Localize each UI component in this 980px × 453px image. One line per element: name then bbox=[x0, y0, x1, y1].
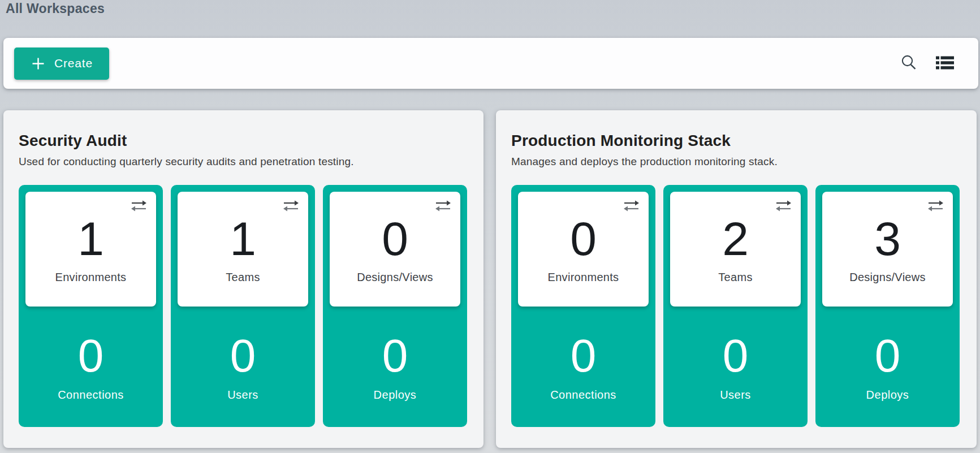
stat-tile-designs-deploys[interactable]: 3 Designs/Views 0 Deploys bbox=[815, 185, 960, 427]
stat-value: 3 bbox=[874, 215, 901, 262]
stat-label: Designs/Views bbox=[357, 271, 433, 284]
stat-label: Users bbox=[720, 389, 751, 402]
plus-icon bbox=[31, 56, 46, 71]
stat-value: 2 bbox=[722, 215, 749, 262]
stat-tile-environments-connections[interactable]: 0 Environments 0 Connections bbox=[511, 185, 655, 427]
stat-tile-environments-connections[interactable]: 1 Environments 0 Connections bbox=[19, 185, 163, 427]
tile-top-panel: 1 Teams bbox=[178, 192, 308, 307]
workspaces-page: All Workspaces Create bbox=[0, 0, 980, 453]
stat-tile-teams-users[interactable]: 2 Teams 0 Users bbox=[663, 185, 808, 427]
stat-value: 0 bbox=[382, 215, 408, 262]
tile-bottom-panel: 0 Connections bbox=[19, 307, 163, 427]
stat-value: 0 bbox=[875, 333, 901, 379]
tile-bottom-panel: 0 Deploys bbox=[815, 307, 960, 427]
create-button[interactable]: Create bbox=[14, 48, 109, 80]
stat-value: 0 bbox=[571, 333, 597, 379]
workspace-description: Used for conducting quarterly security a… bbox=[19, 156, 468, 168]
stat-label: Deploys bbox=[374, 389, 417, 402]
transfer-arrows-icon[interactable] bbox=[130, 200, 148, 214]
stat-value: 0 bbox=[570, 215, 597, 262]
toolbar: Create bbox=[3, 38, 978, 89]
workspace-card-security-audit[interactable]: Security Audit Used for conducting quart… bbox=[3, 110, 483, 448]
stat-value: 0 bbox=[78, 333, 104, 379]
transfer-arrows-icon[interactable] bbox=[282, 200, 300, 214]
transfer-arrows-icon[interactable] bbox=[775, 200, 792, 214]
stat-tiles-row: 0 Environments 0 Connections bbox=[511, 185, 961, 427]
workspace-title: Production Monitoring Stack bbox=[511, 132, 961, 150]
tile-bottom-panel: 0 Users bbox=[663, 307, 808, 427]
search-icon bbox=[900, 53, 918, 74]
stat-label: Teams bbox=[226, 271, 260, 284]
tile-top-panel: 3 Designs/Views bbox=[822, 192, 953, 307]
tile-top-panel: 2 Teams bbox=[670, 192, 801, 307]
stat-value: 0 bbox=[723, 333, 749, 379]
search-button[interactable] bbox=[900, 53, 918, 74]
list-view-button[interactable] bbox=[935, 55, 955, 72]
tile-top-panel: 1 Environments bbox=[25, 192, 156, 307]
tile-bottom-panel: 0 Users bbox=[171, 307, 315, 427]
list-view-icon bbox=[935, 55, 955, 72]
stat-value: 1 bbox=[230, 215, 256, 262]
stat-tile-teams-users[interactable]: 1 Teams 0 Users bbox=[171, 185, 315, 427]
stat-label: Users bbox=[227, 389, 258, 402]
transfer-arrows-icon[interactable] bbox=[927, 200, 944, 214]
tile-top-panel: 0 Environments bbox=[518, 192, 649, 307]
tile-bottom-panel: 0 Deploys bbox=[323, 307, 467, 427]
stat-label: Designs/Views bbox=[849, 271, 926, 284]
stat-tile-designs-deploys[interactable]: 0 Designs/Views 0 Deploys bbox=[323, 185, 467, 427]
stat-value: 1 bbox=[77, 215, 104, 262]
stat-value: 0 bbox=[382, 333, 408, 379]
workspace-card-production-monitoring-stack[interactable]: Production Monitoring Stack Manages and … bbox=[496, 110, 977, 448]
stat-label: Connections bbox=[550, 389, 616, 402]
page-title: All Workspaces bbox=[6, 1, 105, 16]
tile-top-panel: 0 Designs/Views bbox=[330, 192, 460, 307]
stat-label: Environments bbox=[548, 271, 619, 284]
transfer-arrows-icon[interactable] bbox=[623, 200, 640, 214]
transfer-arrows-icon[interactable] bbox=[434, 200, 452, 214]
stat-label: Environments bbox=[55, 271, 127, 284]
stat-value: 0 bbox=[230, 333, 256, 379]
tile-bottom-panel: 0 Connections bbox=[511, 307, 655, 427]
workspace-title: Security Audit bbox=[19, 132, 468, 150]
stat-tiles-row: 1 Environments 0 Connections bbox=[19, 185, 468, 427]
stat-label: Teams bbox=[718, 271, 752, 284]
stat-label: Deploys bbox=[866, 389, 909, 402]
stat-label: Connections bbox=[58, 389, 124, 402]
create-button-label: Create bbox=[54, 57, 93, 70]
workspace-description: Manages and deploys the production monit… bbox=[511, 156, 961, 168]
